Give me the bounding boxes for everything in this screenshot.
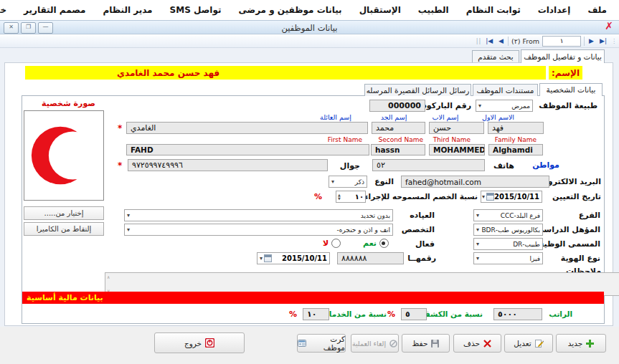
exit-power-icon — [205, 338, 214, 348]
father-name-label: إسم الاب — [430, 113, 460, 121]
second-name-en-field[interactable]: hassn — [371, 144, 425, 155]
photo-caption: صورة شخصية — [34, 99, 103, 108]
barcode-label: رقم الباركود — [427, 101, 471, 110]
specialty-select[interactable]: انف و اذن و حنجره- ▾ — [124, 224, 393, 236]
edit-button[interactable]: تعديل — [504, 334, 553, 353]
calendar-icon — [264, 254, 272, 262]
father-name-field[interactable]: حسن — [429, 122, 484, 134]
tab-advanced-search[interactable]: بحث متقدم — [472, 50, 519, 63]
family-name-en-field[interactable]: Alghamdi — [488, 144, 543, 155]
capture-camera-button[interactable]: إلتقاط من الكاميرا — [24, 222, 104, 236]
red-x-icon — [483, 340, 491, 348]
services-percent-sign: % — [289, 310, 297, 319]
employee-card-button[interactable]: كرت موظف — [297, 334, 346, 353]
gender-select[interactable]: ذكر ▾ — [329, 176, 367, 188]
delete-button[interactable]: حذف — [453, 334, 501, 353]
menu-reception[interactable]: الإستقبال — [351, 5, 409, 15]
email-label: البريد الالكتروني — [542, 177, 601, 186]
tab-employee-documents[interactable]: مستندات الموظف — [473, 84, 538, 96]
radio-selected-icon — [379, 239, 389, 248]
chevron-down-icon: ▾ — [127, 212, 130, 219]
chevron-down-icon: ▾ — [127, 226, 130, 233]
save-button[interactable]: حفظ — [402, 334, 450, 353]
menu-system-admin[interactable]: مدير النظام — [95, 5, 161, 15]
grandfather-name-field[interactable]: محمد — [372, 122, 425, 134]
active-yes-radio[interactable]: نعم — [363, 239, 389, 248]
chevron-down-icon: ▾ — [260, 255, 263, 262]
third-name-en-label: Third Name — [416, 136, 471, 143]
menu-file[interactable]: ملف — [580, 5, 615, 15]
cancel-operation-button[interactable]: إلغاء العملية — [351, 334, 399, 353]
move-first-icon[interactable]: |◀ — [484, 35, 494, 47]
employee-type-select[interactable]: ممرض ▾ — [476, 100, 533, 112]
menu-doctor[interactable]: الطبيب — [410, 5, 457, 15]
first-name-ar-field[interactable]: فهد — [488, 122, 544, 134]
salary-label: الراتب — [545, 310, 572, 318]
separator — [584, 37, 585, 46]
branch-select[interactable]: فرع البلد-CCC ▾ — [473, 209, 543, 221]
new-button[interactable]: جديد — [556, 334, 606, 353]
chevron-down-icon: ▾ — [476, 241, 479, 247]
tab-personal-data[interactable]: بيانات الشخصية — [539, 83, 603, 96]
move-next-icon[interactable]: ▶ — [587, 35, 595, 47]
chevron-down-icon: ▾ — [482, 193, 485, 200]
menu-report-designer[interactable]: مصمم التقارير — [16, 5, 93, 15]
employee-type-label: طبيعة الموظف — [536, 101, 597, 110]
choose-photo-button[interactable]: إختيار من..... — [24, 206, 104, 220]
family-name-en-label: Family Name — [479, 136, 537, 143]
services-percent-field[interactable]: ١٠ — [303, 308, 329, 320]
citizen-label: مواطن — [529, 161, 563, 170]
employee-photo — [24, 110, 104, 201]
window-title: بيانات الموظفين — [0, 23, 619, 33]
financial-section-header: بيانات مالية أساسية — [22, 292, 604, 304]
tab-sent-sms[interactable]: رسائل الرسائل القصيرة المرسله — [364, 84, 471, 96]
id-type-select[interactable]: فيزا ▾ — [473, 252, 543, 264]
chevron-down-icon: ▾ — [476, 226, 479, 233]
active-no-radio[interactable]: لا — [323, 239, 341, 248]
family-name-ar-field[interactable]: الغامدي — [126, 122, 368, 134]
salary-field[interactable]: ٥٠٠٠ — [493, 308, 542, 320]
spinner-arrows-icon[interactable]: ▲▼ — [338, 193, 341, 201]
move-last-icon[interactable]: ▶| — [598, 35, 608, 47]
employee-name-banner: فهد حسن محمد الغامدي — [25, 66, 546, 80]
first-name-en-field[interactable]: FAHD — [126, 144, 369, 155]
email-field[interactable]: fahed@hotmail.com — [401, 176, 549, 188]
record-position-input[interactable]: ١ — [542, 36, 581, 47]
scroll-up-icon[interactable]: ∧ — [107, 275, 110, 279]
barcode-field[interactable]: 000000 — [369, 100, 425, 112]
pencil-icon — [535, 339, 544, 348]
grandfather-name-label: إسم الجد — [377, 113, 410, 121]
red-crescent-image — [29, 117, 98, 194]
second-name-en-label: Second Name — [367, 136, 423, 143]
menu-services[interactable]: خدمات — [0, 5, 14, 15]
app-close-icon[interactable]: ✗ — [605, 20, 613, 32]
job-title-select[interactable]: طبيب-DR ▾ — [473, 238, 543, 250]
employee-data-window: ملف إعدادات ثوابت النظام الطبيب الإستقبا… — [0, 0, 619, 364]
phone-field[interactable]: ٥٢ — [372, 159, 485, 171]
third-name-en-field[interactable]: MOHAMMED — [429, 144, 485, 155]
menu-settings[interactable]: إعدادات — [530, 5, 579, 15]
menu-employees-patients[interactable]: بيانات موظفين و مرضى — [230, 5, 349, 15]
menu-sms[interactable]: تواصل SMS — [162, 5, 230, 15]
tab-employee-details[interactable]: بيانات و تفاصيل الموظف — [521, 49, 605, 63]
qualification-label: المؤهل الدراسي — [546, 225, 600, 234]
branch-label: الفرع — [570, 211, 600, 220]
mobile-field[interactable]: ٩٧٢٥٩٩٧٤٩٩٩٦ — [128, 159, 328, 171]
exam-percent-label: نسبة من الكشف — [428, 310, 483, 318]
move-previous-icon[interactable]: ◀ — [497, 35, 505, 47]
menu-system-constants[interactable]: ثوابت النظام — [458, 5, 529, 15]
exit-button[interactable]: خروج — [154, 332, 245, 353]
toolbar-grip-icon: || — [476, 38, 481, 44]
title-bar: ✕ ❐ — بيانات الموظفين ✗ — [0, 20, 619, 34]
id-expiry-date-picker[interactable]: 2015/10/11 ▾ — [257, 252, 330, 264]
chevron-down-icon: ▾ — [331, 178, 334, 185]
discount-stepper[interactable]: ١٠ ▲▼ — [336, 191, 366, 203]
id-number-field[interactable]: ٨٨٨٨٨٨ — [337, 252, 404, 264]
radio-unselected-icon — [331, 239, 341, 248]
clinic-select[interactable]: بدون تحديد ▾ — [124, 209, 393, 221]
record-navigator: || |◀ ◀ (٢) From ١ ▶ ▶| ⋮ — [0, 34, 619, 48]
hire-date-picker[interactable]: 2015/10/11 ▾ — [481, 191, 542, 203]
qualification-select[interactable]: بكالوريوس طب-BDR ▾ — [473, 224, 543, 236]
gender-label: النوع — [368, 177, 394, 186]
exam-percent-field[interactable]: ٥ — [401, 308, 427, 320]
